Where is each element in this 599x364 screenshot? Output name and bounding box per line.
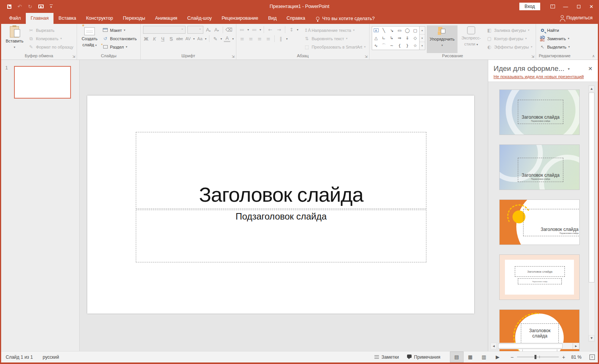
text-direction-button[interactable]: ↕A Направление текста ▾ <box>303 26 366 34</box>
collapse-ribbon-icon[interactable]: ∧ <box>592 54 595 58</box>
layout-button[interactable]: Макет ▾ <box>101 26 138 34</box>
scroll-right-icon[interactable]: ▶ <box>573 343 579 349</box>
align-left-icon[interactable]: ≡ <box>239 36 245 42</box>
shapes-gallery-more-icon[interactable]: ▾ <box>420 42 425 50</box>
arrow-shape-icon[interactable]: ↘ <box>388 27 396 34</box>
save-icon[interactable] <box>7 5 11 9</box>
shape-outline-button[interactable]: ▢ Контур фигуры ▾ <box>486 35 534 42</box>
reset-button[interactable]: ↺ Восстановить <box>101 35 138 42</box>
find-button[interactable]: Найти <box>538 26 571 34</box>
tab-design[interactable]: Конструктор <box>81 13 118 24</box>
design-idea-thumbnail[interactable]: Заголовок слайда Подзаголовок слайда <box>500 200 579 245</box>
freeform-shape-icon[interactable]: ◇ <box>411 34 419 42</box>
text-shadow-button[interactable]: S <box>168 36 175 42</box>
elbow-arrow-connector-icon[interactable]: ↳ <box>388 34 396 42</box>
new-slide-button[interactable]: Создать слайд ▾ <box>79 25 100 53</box>
slide-canvas[interactable]: Заголовок слайда Подзаголовок слайда <box>87 96 474 314</box>
customize-qat-icon[interactable]: ▾ <box>50 5 53 9</box>
paragraph-dialog-launcher[interactable]: ⇲ <box>365 55 368 58</box>
ribbon-display-options-button[interactable] <box>546 4 559 9</box>
horizontal-scroll-thumb[interactable] <box>498 344 563 348</box>
sign-in-button[interactable]: Вход <box>519 3 540 10</box>
convert-smartart-button[interactable]: ⬚ Преобразовать в SmartArt ▾ <box>303 43 366 51</box>
slide-sorter-view-button[interactable]: ▦ <box>464 351 477 362</box>
close-button[interactable]: ✕ <box>585 4 598 9</box>
decrease-indent-icon[interactable]: ← <box>267 27 274 33</box>
curve-shape-icon[interactable]: ∼ <box>388 42 396 50</box>
scroll-up-icon[interactable]: ▲ <box>589 86 594 92</box>
quick-styles-button[interactable]: Экспресс- стили ▾ <box>459 25 483 53</box>
align-text-button[interactable]: ⇅ Выровнять текст ▾ <box>303 35 366 42</box>
design-ideas-menu-icon[interactable]: ▾ <box>568 67 570 71</box>
replace-button[interactable]: abac Заменить ▾ <box>538 35 571 42</box>
line-shape-icon[interactable]: ╲ <box>380 27 388 34</box>
arrange-button[interactable]: Упорядочить ▾ <box>427 25 458 53</box>
triangle-shape-icon[interactable]: △ <box>372 34 380 42</box>
slide-thumbnail-selected[interactable] <box>14 66 71 99</box>
elbow-connector-icon[interactable]: ∟ <box>380 34 388 42</box>
tab-file[interactable]: Файл <box>4 13 26 24</box>
bullets-icon[interactable]: ≔ <box>239 27 245 33</box>
font-name-combobox[interactable] <box>143 26 186 34</box>
normal-view-button[interactable]: ▤ <box>450 351 464 362</box>
right-brace-shape-icon[interactable]: } <box>404 42 412 50</box>
design-panel-horizontal-scrollbar[interactable]: ◀ ▶ <box>491 343 579 349</box>
font-size-combobox[interactable] <box>187 26 203 34</box>
align-right-icon[interactable]: ≡ <box>256 36 263 42</box>
zoom-level[interactable]: 81 % <box>569 355 582 360</box>
zoom-slider-thumb[interactable] <box>535 355 536 359</box>
oval-shape-icon[interactable]: ◯ <box>404 27 412 34</box>
drawing-dialog-launcher[interactable]: ⇲ <box>531 55 535 58</box>
tab-help[interactable]: Справка <box>281 13 310 24</box>
scroll-down-icon[interactable]: ▼ <box>589 335 594 341</box>
zoom-out-button[interactable]: − <box>511 354 514 360</box>
increase-indent-icon[interactable]: → <box>275 27 282 33</box>
design-idea-thumbnail[interactable]: Заголовок слайда Подзаголовок слайда <box>500 255 579 300</box>
textbox-shape-icon[interactable]: А <box>372 27 380 34</box>
star-shape-icon[interactable]: ☆ <box>411 42 419 50</box>
shape-fill-button[interactable]: ◧ Заливка фигуры ▾ <box>486 26 534 34</box>
down-arrow-shape-icon[interactable]: ⇓ <box>404 34 412 42</box>
shapes-scroll-up-icon[interactable]: ▴ <box>420 27 425 34</box>
tab-home[interactable]: Главная <box>26 13 54 24</box>
tab-view[interactable]: Вид <box>263 13 282 24</box>
tab-insert[interactable]: Вставка <box>53 13 81 24</box>
subtitle-placeholder[interactable]: Подзаголовок слайда <box>136 210 426 262</box>
font-color-button[interactable]: А <box>224 35 230 42</box>
character-spacing-button[interactable]: AV <box>185 36 191 41</box>
tab-animations[interactable]: Анимация <box>150 13 182 24</box>
zoom-slider[interactable] <box>517 357 559 357</box>
cut-button[interactable]: ✂ Вырезать <box>27 26 75 34</box>
rounded-rectangle-shape-icon[interactable]: ▢ <box>411 27 419 34</box>
fit-slide-to-window-button[interactable]: + <box>590 355 595 360</box>
shapes-scroll-down-icon[interactable]: ▾ <box>420 34 425 42</box>
design-idea-thumbnail[interactable]: Заголовок слайда Подзаголовок слайда <box>500 90 579 135</box>
reading-view-button[interactable]: ▥ <box>477 351 491 362</box>
numbering-icon[interactable]: ≕ <box>251 27 258 33</box>
minimize-button[interactable]: — <box>559 4 572 9</box>
redo-icon[interactable]: ↻ <box>28 4 32 9</box>
comments-button[interactable]: Примечания <box>403 351 444 362</box>
scribble-shape-icon[interactable]: ∿ <box>372 42 380 50</box>
undo-icon[interactable]: ↶ <box>17 3 22 9</box>
paste-button[interactable]: Вставить ▾ <box>3 25 26 53</box>
design-panel-vertical-scrollbar[interactable]: ▲ ▼ <box>588 85 595 342</box>
slideshow-view-button[interactable]: ▶ <box>491 351 505 362</box>
start-slideshow-icon[interactable] <box>38 5 44 8</box>
vertical-scroll-thumb[interactable] <box>589 93 594 282</box>
format-painter-button[interactable]: ✎ Формат по образцу <box>27 43 75 51</box>
tab-review[interactable]: Рецензирование <box>217 13 263 24</box>
right-arrow-shape-icon[interactable]: ⇒ <box>396 34 404 42</box>
align-center-icon[interactable]: ≡ <box>247 36 254 42</box>
underline-button[interactable]: Ч <box>160 36 166 42</box>
zoom-in-button[interactable]: + <box>562 354 565 360</box>
design-idea-thumbnail[interactable]: Заголовок слайда Подзаголовок слайда <box>500 145 579 190</box>
language-status[interactable]: русский <box>43 355 59 360</box>
justify-icon[interactable]: ≡ <box>265 36 272 42</box>
italic-button[interactable]: К <box>151 36 158 42</box>
line-spacing-icon[interactable]: ↕ <box>288 27 295 33</box>
maximize-button[interactable] <box>572 4 585 9</box>
title-placeholder[interactable]: Заголовок слайда <box>136 132 426 209</box>
scroll-left-icon[interactable]: ◀ <box>491 343 497 349</box>
strikethrough-button[interactable]: abc <box>176 36 183 41</box>
